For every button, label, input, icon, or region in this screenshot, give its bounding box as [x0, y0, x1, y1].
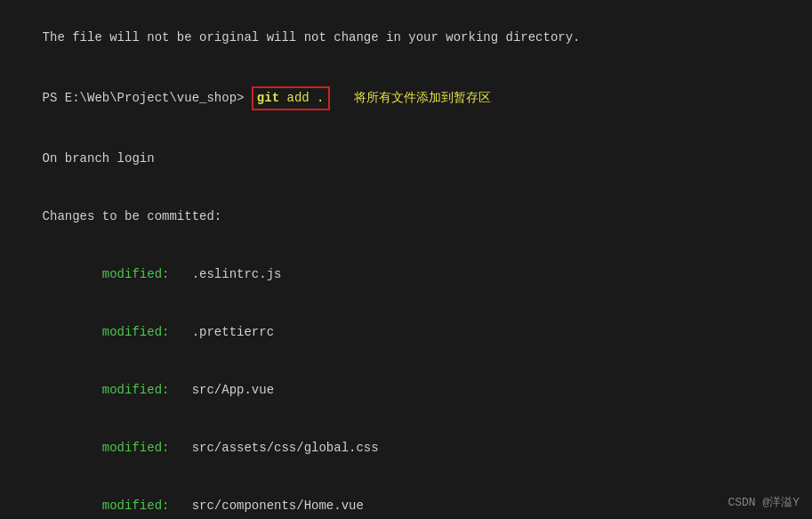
status-label-5: modified:: [43, 499, 192, 513]
git-add-line: PS E:\Web\Project\vue_shop> git commitgi…: [12, 67, 800, 130]
status-label-4: modified:: [43, 441, 192, 455]
branch-line: On branch login: [12, 130, 800, 188]
file-status-1: modified: .eslintrc.js: [12, 246, 800, 304]
file-status-2: modified: .prettierrc: [12, 304, 800, 361]
git-add-command: git commitgit add .: [252, 86, 330, 111]
changes-text: Changes to be committed:: [43, 209, 222, 223]
file-status-4: modified: src/assets/css/global.css: [12, 419, 800, 477]
file-name-1: .eslintrc.js: [192, 267, 282, 281]
brand-watermark: CSDN @洋溢Y: [728, 494, 800, 510]
file-status-3: modified: src/App.vue: [12, 361, 800, 419]
file-name-3: src/App.vue: [192, 383, 274, 397]
changes-header: Changes to be committed:: [12, 188, 800, 246]
brand-text: CSDN @洋溢Y: [728, 496, 800, 509]
terminal-window: The file will not be original will not c…: [0, 0, 812, 519]
file-name-5: src/components/Home.vue: [192, 499, 364, 513]
branch-text: On branch login: [43, 151, 155, 166]
prompt-text-1: PS E:\Web\Project\vue_shop>: [43, 91, 252, 105]
status-label-2: modified:: [43, 325, 192, 339]
notice-text: The file will not be original will not c…: [43, 30, 581, 45]
notice-line: The file will not be original will not c…: [12, 9, 800, 67]
file-status-5: modified: src/components/Home.vue: [12, 478, 800, 520]
status-label-1: modified:: [43, 267, 192, 281]
file-name-4: src/assets/css/global.css: [192, 441, 379, 455]
annotation-text: 将所有文件添加到暂存区: [332, 91, 491, 105]
status-label-3: modified:: [43, 383, 192, 397]
file-name-2: .prettierrc: [192, 325, 274, 339]
